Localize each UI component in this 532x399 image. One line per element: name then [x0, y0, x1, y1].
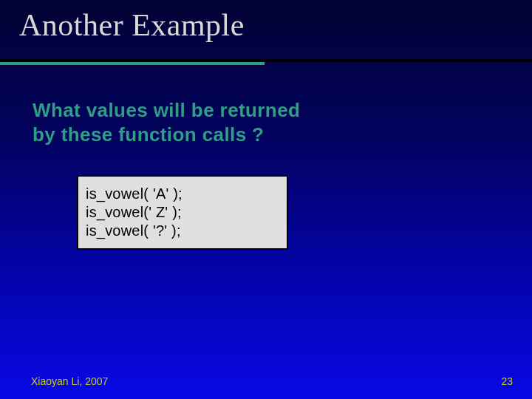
footer-page-number: 23: [501, 375, 513, 387]
slide: Another Example What values will be retu…: [0, 0, 532, 399]
footer-author: Xiaoyan Li, 2007: [31, 375, 108, 387]
question-line: What values will be returned: [33, 99, 300, 121]
code-line: is_vowel( '?' );: [86, 222, 181, 239]
code-line: is_vowel( 'A' );: [86, 185, 183, 202]
slide-title: Another Example: [19, 7, 245, 43]
question-line: by these function calls ?: [33, 123, 264, 146]
code-box: is_vowel( 'A' ); is_vowel(' Z' ); is_vow…: [77, 175, 288, 250]
code-line: is_vowel(' Z' );: [86, 204, 182, 220]
title-divider-accent: [0, 62, 265, 65]
question-text: What values will be returned by these fu…: [33, 98, 417, 146]
